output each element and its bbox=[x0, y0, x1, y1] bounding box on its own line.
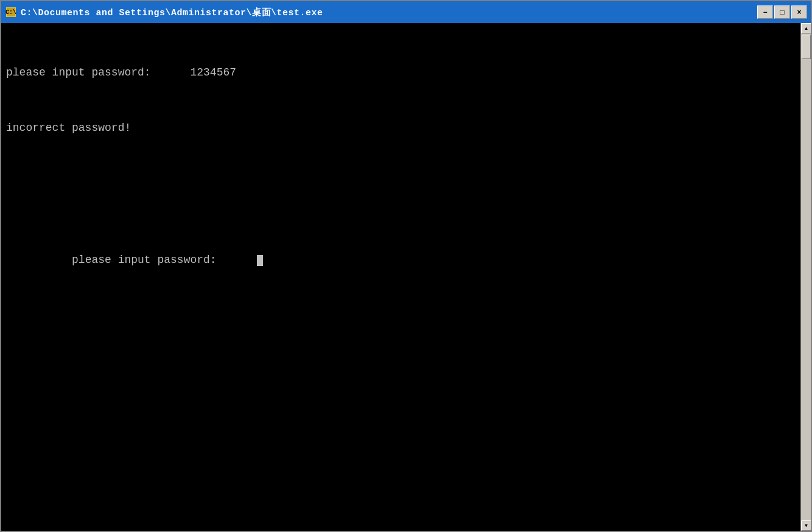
scroll-thumb[interactable] bbox=[802, 35, 811, 59]
console-line-4: please input password: bbox=[6, 229, 796, 291]
scroll-down-button[interactable]: ▼ bbox=[801, 520, 811, 531]
window: C:\ C:\Documents and Settings\Administra… bbox=[0, 0, 812, 532]
console-line-2: incorrect password! bbox=[6, 117, 796, 138]
close-button[interactable]: × bbox=[791, 5, 807, 19]
window-controls: － □ × bbox=[757, 5, 807, 19]
console-prompt: please input password: bbox=[72, 254, 256, 266]
scroll-up-button[interactable]: ▲ bbox=[801, 23, 811, 33]
console-area[interactable]: please input password: 1234567 incorrect… bbox=[1, 23, 800, 531]
maximize-button[interactable]: □ bbox=[774, 5, 790, 19]
console-output: please input password: 1234567 incorrect… bbox=[6, 27, 796, 326]
title-bar: C:\ C:\Documents and Settings\Administra… bbox=[1, 1, 811, 23]
scrollbar: ▲ ▼ bbox=[800, 23, 811, 531]
scroll-track[interactable] bbox=[801, 33, 811, 520]
app-icon-label: C:\ bbox=[6, 7, 16, 17]
cursor-block bbox=[257, 255, 263, 266]
app-icon: C:\ bbox=[5, 6, 17, 18]
window-body: please input password: 1234567 incorrect… bbox=[1, 23, 811, 531]
minimize-button[interactable]: － bbox=[757, 5, 773, 19]
console-line-1: please input password: 1234567 bbox=[6, 62, 796, 83]
window-title: C:\Documents and Settings\Administrator\… bbox=[21, 7, 754, 18]
console-line-3 bbox=[6, 173, 796, 194]
